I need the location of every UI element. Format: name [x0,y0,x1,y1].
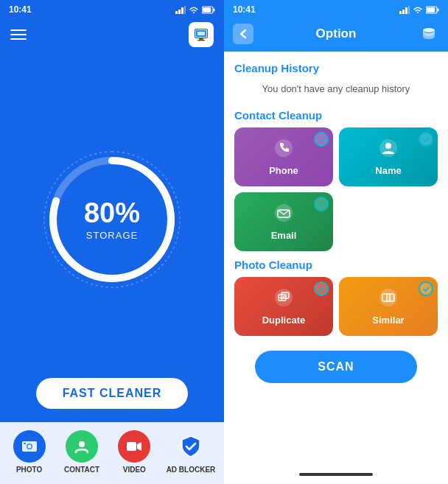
time-right: 10:41 [233,4,256,15]
photo-cleanup-title: Photo Cleanup [234,259,438,271]
contact-cleanup-title: Contact Cleanup [234,109,438,122]
nav-item-photo[interactable]: PHOTO [9,430,50,474]
svg-rect-19 [24,443,26,444]
cleanup-history-title: Cleanup History [234,62,438,74]
svg-rect-21 [127,442,136,451]
similar-card-label: Similar [372,315,404,326]
right-panel: 10:41 Optio [224,0,448,484]
duplicate-icon [274,288,293,307]
hamburger-menu[interactable] [10,29,27,40]
app-logo-icon [193,27,209,43]
svg-rect-3 [184,6,186,14]
nav-label-adblocker: AD BLOCKER [167,466,216,474]
svg-rect-1 [178,10,181,14]
svg-rect-25 [408,6,410,14]
svg-rect-0 [175,11,178,14]
similar-card[interactable]: Similar [339,277,438,336]
contact-icon [74,438,90,455]
svg-rect-27 [438,8,439,11]
nav-label-video: VIDEO [123,466,146,474]
nav-label-contact: CONTACT [64,466,99,474]
check-shield-icon [179,435,203,458]
bottom-nav: PHOTO CONTACT VIDEO [0,422,224,484]
name-check [419,132,433,147]
time-left: 10:41 [9,4,32,15]
fast-cleaner-button[interactable]: FAST CLEANER [36,378,189,409]
storage-percent: 80% [84,198,140,226]
svg-rect-2 [181,7,183,14]
duplicate-card[interactable]: Duplicate [234,277,333,336]
phone-check [314,132,329,147]
top-bar-left [0,19,224,53]
duplicate-check [314,281,329,296]
video-icon [126,438,142,455]
similar-icon [379,288,398,307]
check-icon [318,285,326,293]
photo-icon [21,438,38,455]
phone-card[interactable]: Phone [234,127,333,186]
signal-icon [175,6,186,14]
photo-nav-icon-wrap [13,430,46,463]
status-bar-right: 10:41 [224,0,448,19]
bottom-indicator [224,469,448,484]
contact-cards-row1: Phone Name [234,127,438,186]
nav-item-contact[interactable]: CONTACT [61,430,102,474]
video-nav-icon-wrap [118,430,150,463]
duplicate-card-label: Duplicate [262,315,306,326]
contact-cards-row2: Email [234,192,438,251]
phone-card-icon [274,138,293,161]
nav-item-video[interactable]: VIDEO [113,430,155,474]
status-bar-left: 10:41 [0,0,224,19]
status-icons-right [399,6,439,14]
back-arrow-icon [238,29,248,39]
svg-rect-6 [203,7,211,13]
phone-icon [274,138,293,158]
name-card-label: Name [375,165,401,176]
svg-rect-23 [402,10,405,14]
left-panel: 10:41 [0,0,224,484]
svg-rect-24 [405,7,407,14]
wifi-icon [189,6,199,14]
email-check [314,197,329,211]
signal-icon-right [399,6,410,14]
svg-rect-11 [199,38,203,40]
svg-rect-40 [387,294,394,301]
storage-ring: 80% STORAGE [38,146,186,293]
battery-icon-right [426,6,439,14]
email-icon [274,203,293,222]
svg-point-32 [385,143,391,149]
storage-circle-container: 80% STORAGE [0,60,224,378]
wifi-icon-right [413,6,423,14]
no-history-text: You don't have any cleanup history [234,80,438,97]
storage-label: STORAGE [84,229,140,240]
svg-point-18 [27,445,31,449]
back-button[interactable] [233,24,253,44]
similar-check [419,281,433,296]
email-card-icon [274,203,293,225]
check-icon [422,285,430,293]
nav-item-adblocker[interactable]: AD BLOCKER [167,430,216,474]
right-content: Cleanup History You don't have any clean… [224,52,448,469]
person-icon [379,138,398,158]
svg-rect-10 [197,32,205,35]
email-card[interactable]: Email [234,192,333,251]
photo-cards-row: Duplicate Similar [234,277,438,336]
check-icon [422,136,430,144]
svg-rect-28 [427,7,435,13]
contact-nav-icon-wrap [66,430,98,463]
phone-card-label: Phone [269,165,298,176]
svg-point-20 [79,441,85,447]
email-card-label: Email [271,230,297,241]
name-card[interactable]: Name [339,127,438,186]
status-icons-left [175,6,215,14]
svg-rect-5 [214,8,215,11]
adblocker-nav-icon-wrap [175,430,207,463]
database-icon [419,24,439,44]
name-card-icon [379,138,398,161]
fast-cleaner-section: FAST CLEANER [0,378,224,409]
scan-button[interactable]: SCAN [255,351,417,383]
similar-card-icon [379,288,398,310]
app-icon [189,22,214,47]
home-indicator [299,473,373,476]
scan-section: SCAN [234,342,438,392]
